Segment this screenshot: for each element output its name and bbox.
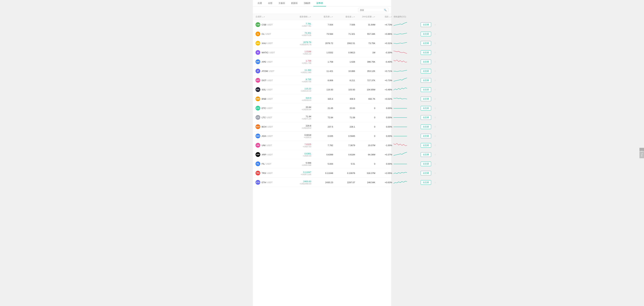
tab-new[interactable]: 新幣榜: [314, 0, 326, 6]
star-cell-uni: ☆: [433, 144, 438, 146]
star-icon-fil[interactable]: ☆: [434, 162, 436, 165]
col-volume[interactable]: 24H交易量 ▲▼: [355, 15, 375, 18]
action-cell-sol: 去交易: [419, 88, 433, 92]
search-input[interactable]: [360, 9, 383, 11]
trade-button-trx[interactable]: 去交易: [421, 171, 431, 176]
low-cell-etc: 20.63: [333, 107, 355, 110]
high-cell-xau: 2078.72: [311, 42, 333, 44]
action-cell-csb: 去交易: [419, 22, 433, 27]
star-icon-sol[interactable]: ☆: [434, 88, 436, 91]
trade-button-uni[interactable]: 去交易: [421, 143, 431, 148]
trade-button-ltc[interactable]: 去交易: [421, 115, 431, 120]
star-icon-eth[interactable]: ☆: [434, 181, 436, 184]
trade-button-etc[interactable]: 去交易: [421, 106, 431, 110]
star-icon-ape[interactable]: ☆: [434, 60, 436, 63]
star-icon-uni[interactable]: ☆: [434, 144, 436, 146]
tab-gainers[interactable]: 漲幅榜: [301, 0, 314, 6]
star-icon-cl[interactable]: ☆: [434, 32, 436, 35]
tab-mainboard[interactable]: 主板區: [276, 0, 288, 6]
trade-button-ape[interactable]: 去交易: [421, 60, 431, 64]
star-icon-bch[interactable]: ☆: [434, 125, 436, 128]
table-row: SOL SOL/ USDT 115.22 ≈USD115.22 116.93 1…: [253, 85, 391, 94]
trade-button-atom[interactable]: 去交易: [421, 69, 431, 74]
star-icon-atom[interactable]: ☆: [434, 70, 436, 72]
trade-button-xrp[interactable]: 去交易: [421, 152, 431, 157]
change-cell-trx: +2.05%: [375, 172, 392, 174]
coin-logo-uni: UNI: [256, 143, 260, 148]
action-cell-bch: 去交易: [419, 124, 433, 129]
high-cell-atom: 11.421: [311, 70, 333, 72]
trade-button-csb[interactable]: 去交易: [421, 22, 431, 27]
chart-cell-trx: [392, 170, 419, 176]
top-button[interactable]: Top: [640, 152, 644, 158]
coin-name-trx: TRX/ USDT: [262, 172, 272, 174]
star-icon-matic[interactable]: ☆: [434, 51, 436, 54]
coin-logo-atom: AT: [256, 69, 260, 74]
tab-favorites[interactable]: 自選: [254, 0, 265, 6]
change-cell-xau: +0.31%: [375, 42, 392, 44]
low-cell-ape: 1.628: [333, 60, 355, 63]
star-icon-csb[interactable]: ☆: [434, 23, 436, 26]
action-cell-uni: 去交易: [419, 143, 433, 148]
trade-button-ada[interactable]: 去交易: [421, 134, 431, 138]
chart-cell-bnb: [392, 96, 419, 102]
tab-all[interactable]: 全部: [265, 0, 276, 6]
table-header: 交易對 ▲▼ 最新價格 ▲▼ 最高價 ▲▼ 最低值 ▲▼ 24H交易量 ▲▼ 漲…: [253, 14, 391, 20]
trade-button-eth[interactable]: 去交易: [421, 180, 431, 185]
coin-name-eth: ETH/ USDT: [262, 181, 272, 184]
chart-cell-fil: [392, 160, 419, 167]
coin-cell-ada: ADA ADA/ USDT: [256, 134, 289, 138]
chart-cell-xrp: [392, 151, 419, 158]
star-icon-xau[interactable]: ☆: [434, 42, 436, 44]
tab-innovation[interactable]: 創新區: [288, 0, 301, 6]
search-icon[interactable]: 🔍: [384, 9, 386, 11]
search-input-wrap[interactable]: 🔍: [358, 8, 388, 12]
change-cell-bch: 0.00%: [375, 126, 392, 128]
table-row: FIL FIL/ USDT 5.568 ≈USD5.568 5.844 5.51…: [253, 159, 391, 168]
star-icon-ltc[interactable]: ☆: [434, 116, 436, 119]
tabs-bar: 自選全部主板區創新區漲幅榜新幣榜: [253, 0, 391, 6]
trade-button-bnb[interactable]: 去交易: [421, 97, 431, 101]
star-icon-ada[interactable]: ☆: [434, 134, 436, 137]
coin-name-matic: MATIC/ USDT: [262, 51, 275, 54]
low-cell-ltc: 71.08: [333, 116, 355, 119]
chart-cell-matic: [392, 49, 419, 56]
trade-button-xau[interactable]: 去交易: [421, 41, 431, 46]
price-cell-fil: 5.568 ≈USD5.568: [289, 162, 311, 166]
chart-cell-ada: [392, 133, 419, 139]
star-icon-xrp[interactable]: ☆: [434, 153, 436, 156]
change-cell-uni: -1.00%: [375, 144, 392, 146]
chart-cell-ape: [392, 58, 419, 65]
low-cell-bnb: 308.9: [333, 98, 355, 100]
coin-logo-matic: M: [256, 50, 260, 55]
pin-button[interactable]: 訂閱: [640, 148, 644, 151]
star-icon-bnb[interactable]: ☆: [434, 98, 436, 100]
trade-button-matic[interactable]: 去交易: [421, 50, 431, 55]
price-cell-xau: 2078.79 ≈USD2075.79: [289, 41, 311, 46]
volume-cell-eth: 246.54K: [355, 181, 375, 184]
star-cell-bnb: ☆: [433, 98, 438, 100]
coin-name-cl: CL/ USDT: [262, 33, 271, 35]
trade-button-dot[interactable]: 去交易: [421, 78, 431, 83]
col-pair[interactable]: 交易對 ▲▼: [256, 15, 289, 18]
star-icon-dot[interactable]: ☆: [434, 79, 436, 82]
col-price[interactable]: 最新價格 ▲▼: [289, 15, 311, 18]
col-low[interactable]: 最低值 ▲▼: [333, 15, 355, 18]
trade-button-fil[interactable]: 去交易: [421, 162, 431, 166]
high-cell-xrp: 0.6399: [311, 153, 333, 156]
trade-button-cl[interactable]: 去交易: [421, 32, 431, 36]
coin-cell-fil: FIL FIL/ USDT: [256, 162, 289, 166]
star-icon-etc[interactable]: ☆: [434, 107, 436, 110]
price-cell-dot: 8.735 ≈USD8.735: [289, 78, 311, 83]
chart-cell-xau: [392, 40, 419, 46]
col-action: [419, 15, 433, 18]
trade-button-bch[interactable]: 去交易: [421, 124, 431, 129]
high-cell-ada: 0.635: [311, 135, 333, 137]
col-change[interactable]: 漲跌 ▲▼: [375, 15, 392, 18]
change-cell-cl: +0.86%: [375, 33, 392, 35]
high-cell-trx: 0.11048: [311, 172, 333, 174]
star-icon-trx[interactable]: ☆: [434, 172, 436, 174]
col-high[interactable]: 最高價 ▲▼: [311, 15, 333, 18]
coin-cell-eth: ETH ETH/ USDT: [256, 180, 289, 185]
trade-button-sol[interactable]: 去交易: [421, 88, 431, 92]
